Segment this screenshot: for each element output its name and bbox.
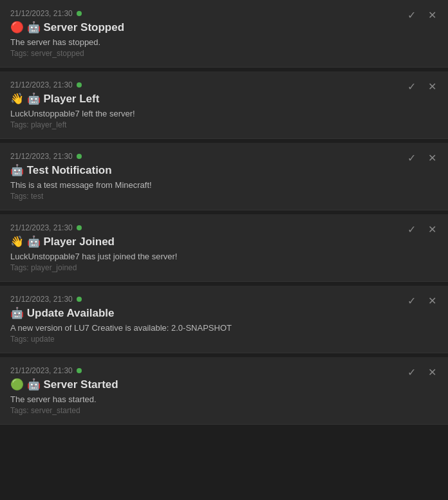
check-button[interactable]: ✓ [404,293,418,308]
notification-card-server-started: 21/12/2023, 21:30 ✓ ✕ 🟢 🤖 Server Started… [0,357,448,425]
notification-title: 🤖 Update Available [10,306,438,320]
timestamp: 21/12/2023, 21:30 [10,366,73,375]
notification-tags: Tags: server_started [10,406,438,415]
notification-title: 🤖 Test Notification [10,163,438,177]
check-button[interactable]: ✓ [404,365,418,379]
status-dot [77,368,82,373]
timestamp: 21/12/2023, 21:30 [10,295,73,304]
notification-body: The server has stopped. [10,37,438,47]
timestamp-row: 21/12/2023, 21:30 [10,366,438,375]
check-button[interactable]: ✓ [404,151,418,165]
notifications-list: 21/12/2023, 21:30 ✓ ✕ 🔴 🤖 Server Stopped… [0,0,448,425]
notification-tags: Tags: update [10,335,438,344]
notification-title: 🔴 🤖 Server Stopped [10,21,438,34]
notification-tags: Tags: test [10,192,438,201]
notification-title: 👋 🤖 Player Joined [10,235,438,248]
timestamp-row: 21/12/2023, 21:30 [10,152,438,161]
timestamp: 21/12/2023, 21:30 [10,223,73,232]
notification-card-player-left: 21/12/2023, 21:30 ✓ ✕ 👋 🤖 Player Left Lu… [0,71,448,139]
check-button[interactable]: ✓ [404,79,418,93]
dismiss-button[interactable]: ✕ [425,8,439,22]
card-actions: ✓ ✕ [404,8,439,22]
dismiss-button[interactable]: ✕ [425,365,439,379]
timestamp: 21/12/2023, 21:30 [10,80,73,89]
notification-body: LuckUnstoppable7 left the server! [10,109,438,118]
timestamp: 21/12/2023, 21:30 [10,9,73,18]
status-dot [77,82,82,88]
notification-card-player-joined: 21/12/2023, 21:30 ✓ ✕ 👋 🤖 Player Joined … [0,214,448,282]
card-actions: ✓ ✕ [404,293,439,308]
check-button[interactable]: ✓ [404,222,418,236]
notification-title: 👋 🤖 Player Left [10,92,438,106]
timestamp-row: 21/12/2023, 21:30 [10,9,438,18]
notification-body: A new version of LU7 Creative is availab… [10,323,438,333]
status-dot [77,11,82,16]
dismiss-button[interactable]: ✕ [425,151,439,165]
timestamp-row: 21/12/2023, 21:30 [10,80,438,89]
status-dot [77,154,82,159]
notification-tags: Tags: player_joined [10,263,438,272]
notification-body: LuckUnstoppable7 has just joined the ser… [10,252,438,261]
timestamp-row: 21/12/2023, 21:30 [10,295,438,304]
card-actions: ✓ ✕ [404,151,439,165]
notification-tags: Tags: server_stopped [10,49,438,58]
dismiss-button[interactable]: ✕ [425,293,439,308]
notification-card-test-notification: 21/12/2023, 21:30 ✓ ✕ 🤖 Test Notificatio… [0,143,448,210]
notification-card-server-stopped: 21/12/2023, 21:30 ✓ ✕ 🔴 🤖 Server Stopped… [0,0,448,68]
card-actions: ✓ ✕ [404,79,439,93]
status-dot [77,225,82,230]
card-actions: ✓ ✕ [404,222,439,236]
status-dot [77,297,82,302]
card-actions: ✓ ✕ [404,365,439,379]
notification-tags: Tags: player_left [10,120,438,129]
timestamp: 21/12/2023, 21:30 [10,152,73,161]
notification-card-update-available: 21/12/2023, 21:30 ✓ ✕ 🤖 Update Available… [0,286,448,353]
timestamp-row: 21/12/2023, 21:30 [10,223,438,232]
notification-title: 🟢 🤖 Server Started [10,378,438,391]
notification-body: The server has started. [10,394,438,404]
dismiss-button[interactable]: ✕ [425,79,439,93]
check-button[interactable]: ✓ [404,8,418,22]
notification-body: This is a test message from Minecraft! [10,180,438,190]
dismiss-button[interactable]: ✕ [425,222,439,236]
